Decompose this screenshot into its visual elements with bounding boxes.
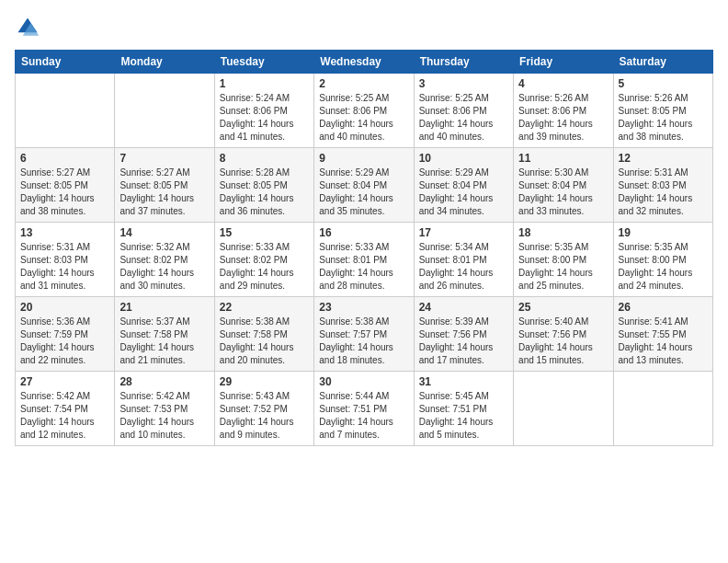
day-info: Sunrise: 5:33 AMSunset: 8:01 PMDaylight:… [319, 241, 408, 293]
day-number: 23 [319, 301, 408, 314]
calendar-cell: 27 Sunrise: 5:42 AMSunset: 7:54 PMDaylig… [16, 372, 115, 446]
logo [15, 15, 44, 40]
day-number: 16 [319, 226, 408, 239]
calendar-cell: 24 Sunrise: 5:39 AMSunset: 7:56 PMDaylig… [414, 297, 513, 372]
day-number: 14 [119, 226, 209, 239]
calendar-cell: 5 Sunrise: 5:26 AMSunset: 8:05 PMDayligh… [613, 74, 712, 148]
day-number: 24 [419, 301, 508, 314]
calendar-cell: 6 Sunrise: 5:27 AMSunset: 8:05 PMDayligh… [16, 148, 115, 223]
day-number: 20 [20, 301, 109, 314]
calendar-cell [16, 74, 115, 148]
calendar-cell: 31 Sunrise: 5:45 AMSunset: 7:51 PMDaylig… [414, 372, 513, 446]
day-info: Sunrise: 5:34 AMSunset: 8:01 PMDaylight:… [419, 241, 508, 293]
day-info: Sunrise: 5:38 AMSunset: 7:57 PMDaylight:… [319, 316, 408, 367]
day-info: Sunrise: 5:35 AMSunset: 8:00 PMDaylight:… [518, 241, 608, 293]
calendar-cell: 20 Sunrise: 5:36 AMSunset: 7:59 PMDaylig… [16, 297, 115, 372]
calendar-cell: 12 Sunrise: 5:31 AMSunset: 8:03 PMDaylig… [613, 148, 712, 223]
day-info: Sunrise: 5:39 AMSunset: 7:56 PMDaylight:… [419, 316, 508, 367]
day-info: Sunrise: 5:37 AMSunset: 7:58 PMDaylight:… [119, 316, 209, 367]
day-number: 2 [319, 77, 408, 90]
weekday-header: Wednesday [314, 51, 414, 74]
calendar-week-row: 6 Sunrise: 5:27 AMSunset: 8:05 PMDayligh… [16, 148, 713, 223]
day-info: Sunrise: 5:26 AMSunset: 8:05 PMDaylight:… [619, 92, 708, 144]
calendar-cell: 15 Sunrise: 5:33 AMSunset: 8:02 PMDaylig… [214, 223, 313, 297]
day-info: Sunrise: 5:28 AMSunset: 8:05 PMDaylight:… [220, 167, 309, 218]
day-info: Sunrise: 5:35 AMSunset: 8:00 PMDaylight:… [619, 241, 708, 293]
day-info: Sunrise: 5:25 AMSunset: 8:06 PMDaylight:… [319, 92, 408, 144]
day-number: 25 [518, 301, 608, 314]
calendar-cell: 23 Sunrise: 5:38 AMSunset: 7:57 PMDaylig… [314, 297, 414, 372]
day-number: 10 [419, 152, 508, 165]
day-number: 18 [518, 226, 608, 239]
calendar-cell: 14 Sunrise: 5:32 AMSunset: 8:02 PMDaylig… [115, 223, 214, 297]
calendar-header-row: SundayMondayTuesdayWednesdayThursdayFrid… [16, 51, 713, 74]
page-header [15, 15, 713, 40]
calendar-cell: 13 Sunrise: 5:31 AMSunset: 8:03 PMDaylig… [16, 223, 115, 297]
weekday-header: Tuesday [214, 51, 313, 74]
day-number: 3 [419, 77, 508, 90]
calendar-cell: 17 Sunrise: 5:34 AMSunset: 8:01 PMDaylig… [414, 223, 513, 297]
calendar-cell: 7 Sunrise: 5:27 AMSunset: 8:05 PMDayligh… [115, 148, 214, 223]
calendar-cell: 18 Sunrise: 5:35 AMSunset: 8:00 PMDaylig… [514, 223, 613, 297]
calendar-table: SundayMondayTuesdayWednesdayThursdayFrid… [15, 50, 713, 446]
day-number: 1 [220, 77, 309, 90]
day-info: Sunrise: 5:42 AMSunset: 7:53 PMDaylight:… [119, 390, 209, 442]
day-info: Sunrise: 5:29 AMSunset: 8:04 PMDaylight:… [419, 167, 508, 218]
day-info: Sunrise: 5:36 AMSunset: 7:59 PMDaylight:… [20, 316, 109, 367]
calendar-cell [115, 74, 214, 148]
day-number: 9 [319, 152, 408, 165]
day-number: 26 [619, 301, 708, 314]
day-info: Sunrise: 5:32 AMSunset: 8:02 PMDaylight:… [119, 241, 209, 293]
weekday-header: Saturday [613, 51, 712, 74]
day-number: 22 [220, 301, 309, 314]
day-number: 8 [220, 152, 309, 165]
calendar-cell: 8 Sunrise: 5:28 AMSunset: 8:05 PMDayligh… [214, 148, 313, 223]
calendar-cell: 22 Sunrise: 5:38 AMSunset: 7:58 PMDaylig… [214, 297, 313, 372]
day-info: Sunrise: 5:44 AMSunset: 7:51 PMDaylight:… [319, 390, 408, 442]
day-number: 27 [20, 375, 109, 388]
weekday-header: Sunday [16, 51, 115, 74]
calendar-cell: 16 Sunrise: 5:33 AMSunset: 8:01 PMDaylig… [314, 223, 414, 297]
day-info: Sunrise: 5:45 AMSunset: 7:51 PMDaylight:… [419, 390, 508, 442]
calendar-cell: 9 Sunrise: 5:29 AMSunset: 8:04 PMDayligh… [314, 148, 414, 223]
calendar-cell: 11 Sunrise: 5:30 AMSunset: 8:04 PMDaylig… [514, 148, 613, 223]
day-number: 4 [518, 77, 608, 90]
day-info: Sunrise: 5:40 AMSunset: 7:56 PMDaylight:… [518, 316, 608, 367]
day-info: Sunrise: 5:27 AMSunset: 8:05 PMDaylight:… [20, 167, 109, 218]
calendar-week-row: 1 Sunrise: 5:24 AMSunset: 8:06 PMDayligh… [16, 74, 713, 148]
day-number: 7 [119, 152, 209, 165]
day-info: Sunrise: 5:25 AMSunset: 8:06 PMDaylight:… [419, 92, 508, 144]
calendar-cell: 3 Sunrise: 5:25 AMSunset: 8:06 PMDayligh… [414, 74, 513, 148]
calendar-cell [613, 372, 712, 446]
day-info: Sunrise: 5:31 AMSunset: 8:03 PMDaylight:… [619, 167, 708, 218]
day-info: Sunrise: 5:31 AMSunset: 8:03 PMDaylight:… [20, 241, 109, 293]
weekday-header: Friday [514, 51, 613, 74]
day-number: 13 [20, 226, 109, 239]
day-info: Sunrise: 5:43 AMSunset: 7:52 PMDaylight:… [220, 390, 309, 442]
day-number: 15 [220, 226, 309, 239]
day-info: Sunrise: 5:33 AMSunset: 8:02 PMDaylight:… [220, 241, 309, 293]
day-number: 6 [20, 152, 109, 165]
day-info: Sunrise: 5:29 AMSunset: 8:04 PMDaylight:… [319, 167, 408, 218]
day-info: Sunrise: 5:42 AMSunset: 7:54 PMDaylight:… [20, 390, 109, 442]
calendar-cell: 10 Sunrise: 5:29 AMSunset: 8:04 PMDaylig… [414, 148, 513, 223]
logo-icon [15, 15, 40, 40]
calendar-cell: 29 Sunrise: 5:43 AMSunset: 7:52 PMDaylig… [214, 372, 313, 446]
day-number: 31 [419, 375, 508, 388]
day-info: Sunrise: 5:27 AMSunset: 8:05 PMDaylight:… [119, 167, 209, 218]
day-info: Sunrise: 5:24 AMSunset: 8:06 PMDaylight:… [220, 92, 309, 144]
calendar-cell: 19 Sunrise: 5:35 AMSunset: 8:00 PMDaylig… [613, 223, 712, 297]
day-number: 28 [119, 375, 209, 388]
calendar-cell: 4 Sunrise: 5:26 AMSunset: 8:06 PMDayligh… [514, 74, 613, 148]
calendar-cell: 30 Sunrise: 5:44 AMSunset: 7:51 PMDaylig… [314, 372, 414, 446]
day-number: 30 [319, 375, 408, 388]
day-number: 17 [419, 226, 508, 239]
day-info: Sunrise: 5:41 AMSunset: 7:55 PMDaylight:… [619, 316, 708, 367]
calendar-cell: 26 Sunrise: 5:41 AMSunset: 7:55 PMDaylig… [613, 297, 712, 372]
weekday-header: Monday [115, 51, 214, 74]
day-number: 12 [619, 152, 708, 165]
calendar-cell: 2 Sunrise: 5:25 AMSunset: 8:06 PMDayligh… [314, 74, 414, 148]
calendar-cell: 21 Sunrise: 5:37 AMSunset: 7:58 PMDaylig… [115, 297, 214, 372]
calendar-cell: 28 Sunrise: 5:42 AMSunset: 7:53 PMDaylig… [115, 372, 214, 446]
calendar-cell [514, 372, 613, 446]
